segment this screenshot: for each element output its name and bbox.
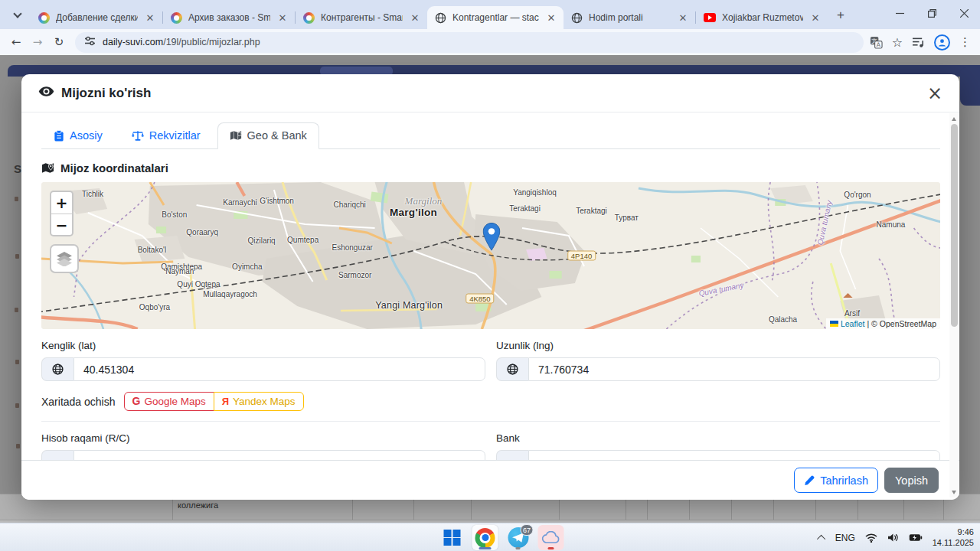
scrollbar-thumb[interactable] xyxy=(951,124,958,327)
modal-header: Mijozni ko'rish × xyxy=(21,74,959,112)
eye-icon xyxy=(38,86,54,100)
pencil-icon xyxy=(804,475,815,486)
background-header-corner xyxy=(960,67,980,106)
language-indicator[interactable]: ENG xyxy=(835,533,855,543)
map-label: Qumtepa xyxy=(287,236,318,244)
lat-input[interactable]: 40.451304 xyxy=(74,357,485,381)
account-prefix-icon xyxy=(41,450,74,460)
bookmark-star-icon[interactable]: ☆ xyxy=(892,35,903,50)
tab-title: Xojiakbar Ruzmetov - Ko'n xyxy=(722,12,803,23)
new-tab-button[interactable]: + xyxy=(831,5,851,25)
window-close-button[interactable] xyxy=(948,0,980,26)
bank-input[interactable] xyxy=(528,450,940,460)
screen: Добавление сделки - Sma ✕ Архив заказов … xyxy=(0,0,980,551)
zoom-out-button[interactable]: − xyxy=(51,214,72,235)
volume-icon[interactable] xyxy=(887,533,899,543)
url-text: daily-suvi.com/19l/public/mijozlar.php xyxy=(103,37,260,47)
tray-expand-icon[interactable] xyxy=(817,534,825,543)
wifi-icon[interactable] xyxy=(865,533,877,543)
tab-geo-bank[interactable]: Geo & Bank xyxy=(217,122,319,149)
taskbar-telegram-button[interactable]: 67 xyxy=(505,525,531,550)
modal-close-icon[interactable]: × xyxy=(927,84,942,103)
account-input[interactable] xyxy=(74,450,485,460)
browser-tab[interactable]: Контрагенты - Smartup ✕ xyxy=(296,6,427,29)
tab-title: Hodim portali xyxy=(589,12,671,23)
tab-close-icon[interactable]: ✕ xyxy=(545,11,557,24)
browser-tab-active[interactable]: Kontragentlar — stacked m ✕ xyxy=(427,6,564,29)
site-info-icon[interactable] xyxy=(84,35,96,49)
leaflet-map[interactable]: Tichlik Karnaychi G'ishtmon Chariqchi Ma… xyxy=(41,182,940,329)
scroll-down-icon[interactable] xyxy=(949,487,959,497)
map-tiles xyxy=(41,182,940,329)
edit-button[interactable]: Tahrirlash xyxy=(794,468,878,493)
media-playlist-icon[interactable] xyxy=(912,37,925,48)
map-label: Oyimcha xyxy=(232,262,262,271)
tab-close-icon[interactable]: ✕ xyxy=(276,11,289,24)
modal-title: Mijozni ko'rish xyxy=(61,86,151,101)
taskbar-cloud-app-button[interactable] xyxy=(538,525,564,550)
lng-field-group: Uzunlik (lng) 71.760734 xyxy=(496,329,940,381)
back-button[interactable]: ← xyxy=(6,32,26,52)
tab-close-icon[interactable]: ✕ xyxy=(677,11,689,24)
chrome-icon xyxy=(475,528,495,548)
browser-tab-strip: Добавление сделки - Sma ✕ Архив заказов … xyxy=(0,0,980,29)
globe-favicon-icon xyxy=(571,12,583,24)
lng-label: Uzunlik (lng) xyxy=(496,340,940,351)
zoom-in-button[interactable]: + xyxy=(51,192,72,214)
clock-date: 14.11.2025 xyxy=(933,538,974,549)
tab-search-icon[interactable] xyxy=(6,3,29,26)
tab-close-icon[interactable]: ✕ xyxy=(809,11,822,24)
map-marker-pin[interactable] xyxy=(482,223,500,254)
scroll-up-icon[interactable] xyxy=(949,114,959,123)
map-label: Marg'ilon xyxy=(390,206,437,217)
taskbar-chrome-button[interactable] xyxy=(472,525,498,550)
address-bar[interactable]: daily-suvi.com/19l/public/mijozlar.php xyxy=(75,32,864,53)
translate-icon[interactable]: 文A xyxy=(870,36,883,49)
battery-icon[interactable] xyxy=(909,533,923,542)
browser-tab[interactable]: Xojiakbar Ruzmetov - Ko'n ✕ xyxy=(696,6,828,29)
account-field-group: Hisob raqami (R/C) xyxy=(41,422,485,460)
smartup-favicon-icon xyxy=(171,12,182,24)
windows-logo-icon xyxy=(444,530,461,546)
browser-toolbar: ← → ↻ daily-suvi.com/19l/public/mijozlar… xyxy=(0,29,980,55)
account-label: Hisob raqami (R/C) xyxy=(41,432,485,444)
map-label: Qo'rgon xyxy=(844,190,871,198)
tab-close-icon[interactable]: ✕ xyxy=(409,11,421,24)
map-label: Yangiqishloq xyxy=(513,188,557,197)
lat-field-group: Kenglik (lat) 40.451304 xyxy=(41,329,485,381)
telegram-icon: 67 xyxy=(508,527,528,548)
lng-input[interactable]: 71.760734 xyxy=(528,357,940,381)
taskbar-clock[interactable]: 9:46 14.11.2025 xyxy=(933,527,974,549)
reload-button[interactable]: ↻ xyxy=(49,32,69,52)
google-maps-button[interactable]: G Google Maps xyxy=(124,392,214,411)
section-coordinates-title: Mijoz koordinatalari xyxy=(41,161,940,174)
tab-rekvizitlar[interactable]: Rekvizitlar xyxy=(119,122,213,149)
start-button[interactable] xyxy=(439,525,466,550)
tab-title: Контрагенты - Smartup xyxy=(321,12,403,23)
map-label: Oqbo'yra xyxy=(139,303,170,311)
tab-close-icon[interactable]: ✕ xyxy=(144,11,156,24)
tab-asosiy[interactable]: Asosiy xyxy=(41,122,115,149)
layers-icon xyxy=(56,251,73,266)
browser-tab[interactable]: Архив заказов - Smartup ✕ xyxy=(163,6,295,29)
window-restore-button[interactable] xyxy=(916,0,948,26)
leaflet-link[interactable]: Leaflet xyxy=(841,319,865,328)
scales-icon xyxy=(132,130,144,142)
browser-tab[interactable]: Добавление сделки - Sma ✕ xyxy=(31,6,162,29)
bank-field-group: Bank xyxy=(496,422,940,460)
osm-link[interactable]: OpenStreetMap xyxy=(880,319,936,328)
bank-label: Bank xyxy=(496,432,940,444)
chrome-menu-icon[interactable]: ⋮ xyxy=(959,35,971,49)
tab-title: Архив заказов - Smartup xyxy=(188,12,270,23)
yandex-maps-button[interactable]: Я Yandex Maps xyxy=(214,392,304,411)
map-label: Турват xyxy=(615,214,639,222)
window-minimize-button[interactable] xyxy=(884,0,916,26)
forward-button[interactable]: → xyxy=(28,32,47,52)
map-attribution: Leaflet | © OpenStreetMap xyxy=(826,318,940,329)
profile-avatar-icon[interactable] xyxy=(934,34,950,51)
close-modal-button[interactable]: Yopish xyxy=(884,468,939,493)
modal-scrollbar[interactable] xyxy=(949,113,959,497)
ukraine-flag-icon xyxy=(830,321,838,327)
browser-tab[interactable]: Hodim portali ✕ xyxy=(564,6,695,29)
map-layers-control[interactable] xyxy=(50,244,79,273)
